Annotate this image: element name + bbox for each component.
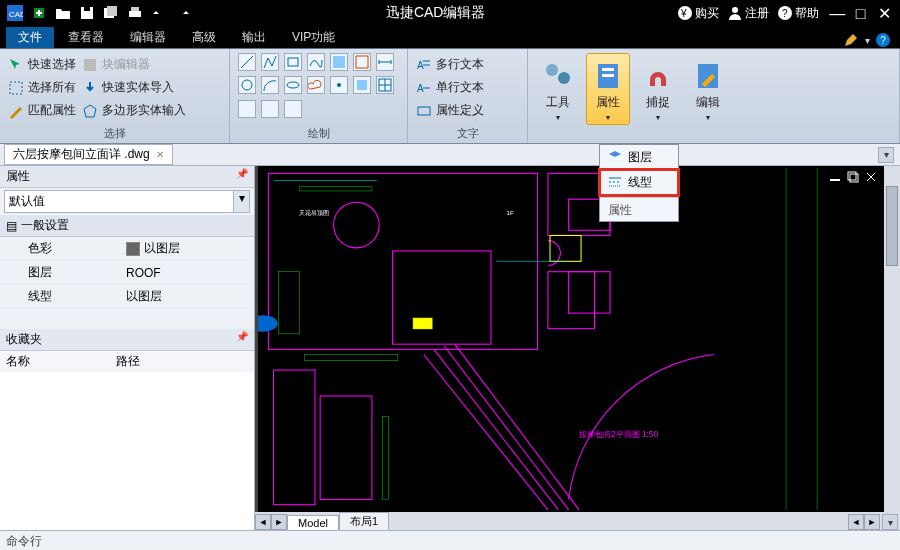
edit-icon (692, 60, 724, 92)
3dface-icon[interactable] (238, 100, 256, 118)
insert-icon[interactable] (261, 100, 279, 118)
pin-icon[interactable]: 📌 (236, 331, 248, 348)
minimize-view-icon[interactable] (828, 170, 842, 184)
prop-row-color[interactable]: 色彩 以图层 (0, 237, 254, 261)
region-icon[interactable] (353, 53, 371, 71)
layout-tab-layout1[interactable]: 布局1 (339, 512, 389, 530)
ribbon-tabs: 文件 查看器 编辑器 高级 输出 VIP功能 ▾ ? (0, 26, 900, 48)
pen-icon[interactable] (843, 32, 859, 48)
svg-text:¥: ¥ (680, 8, 687, 19)
tab-advanced[interactable]: 高级 (180, 27, 228, 48)
close-button[interactable]: ✕ (874, 4, 894, 23)
drawing-canvas[interactable]: 按摩包间2平面图 1:50 天花吊顶图 1F (255, 166, 900, 512)
help-icon: ? (777, 5, 793, 21)
tools-icon (542, 60, 574, 92)
register-link[interactable]: 注册 (727, 5, 769, 22)
attdef-button[interactable]: 属性定义 (416, 102, 484, 119)
polyline-icon[interactable] (261, 53, 279, 71)
stext-icon: A (416, 80, 432, 96)
dropdown-arrow-icon[interactable]: ▾ (865, 35, 870, 46)
tab-viewer[interactable]: 查看器 (56, 27, 116, 48)
restore-view-icon[interactable] (846, 170, 860, 184)
svg-rect-38 (602, 74, 614, 77)
ellipse-icon[interactable] (284, 76, 302, 94)
svg-rect-15 (84, 59, 96, 71)
svg-rect-19 (333, 56, 345, 68)
save-icon[interactable] (76, 2, 98, 24)
app-title: 迅捷CAD编辑器 (194, 4, 677, 22)
svg-text:A: A (417, 83, 424, 94)
svg-point-35 (558, 72, 570, 84)
tab-output[interactable]: 输出 (230, 27, 278, 48)
point-icon[interactable] (330, 76, 348, 94)
tools-button[interactable]: 工具▾ (536, 53, 580, 125)
svg-point-11 (732, 7, 738, 13)
open-icon[interactable] (52, 2, 74, 24)
props-filter-dropdown[interactable]: 默认值 ▾ (4, 190, 250, 213)
close-tab-icon[interactable]: ✕ (156, 149, 164, 160)
panel-options-button[interactable]: ▾ (878, 147, 894, 163)
line-icon[interactable] (238, 53, 256, 71)
tab-vip[interactable]: VIP功能 (280, 27, 347, 48)
prop-row-layer[interactable]: 图层 ROOF (0, 261, 254, 285)
document-tab[interactable]: 六层按摩包间立面详 .dwg ✕ (4, 144, 173, 165)
select-all-button[interactable]: 选择所有 (8, 79, 76, 96)
scroll-h-left-button[interactable]: ◄ (848, 514, 864, 530)
undo-icon[interactable] (148, 2, 170, 24)
mtext-button[interactable]: A多行文本 (416, 56, 484, 73)
maximize-button[interactable]: □ (851, 5, 871, 23)
menu-group-label: 属性 (600, 200, 678, 221)
props-button[interactable]: 属性▾ (586, 53, 630, 125)
svg-point-22 (287, 82, 299, 88)
pin-icon[interactable]: 📌 (236, 168, 248, 185)
spline-icon[interactable] (307, 53, 325, 71)
match-props-button[interactable]: 匹配属性 (8, 102, 76, 119)
arc-icon[interactable] (261, 76, 279, 94)
scroll-h-right-button[interactable]: ► (864, 514, 880, 530)
minimize-button[interactable]: — (827, 5, 847, 23)
quick-select-button[interactable]: 快速选择 (8, 56, 76, 73)
svg-rect-18 (288, 58, 298, 66)
svg-point-21 (242, 80, 252, 90)
hatch-icon[interactable] (330, 53, 348, 71)
dim-icon[interactable] (376, 53, 394, 71)
scroll-left-button[interactable]: ◄ (255, 514, 271, 530)
svg-rect-45 (850, 174, 858, 182)
menu-item-linetype[interactable]: 线型 (600, 170, 678, 195)
close-view-icon[interactable] (864, 170, 878, 184)
redo-icon[interactable] (172, 2, 194, 24)
leader-icon[interactable] (284, 100, 302, 118)
props-section-general[interactable]: ▤ 一般设置 (0, 215, 254, 237)
svg-rect-7 (129, 11, 141, 17)
quick-select-icon (8, 57, 24, 73)
saveall-icon[interactable] (100, 2, 122, 24)
block-icon[interactable] (353, 76, 371, 94)
quick-entity-import-button[interactable]: 快速实体导入 (82, 79, 186, 96)
edit-button[interactable]: 编辑▾ (686, 53, 730, 125)
layout-tab-model[interactable]: Model (287, 515, 339, 530)
polygon-input-button[interactable]: 多边形实体输入 (82, 102, 186, 119)
help-link[interactable]: ?帮助 (777, 5, 819, 22)
command-line[interactable]: 命令行 (0, 530, 900, 550)
layout-options-button[interactable]: ▾ (882, 514, 898, 530)
buy-link[interactable]: ¥购买 (677, 5, 719, 22)
tab-editor[interactable]: 编辑器 (118, 27, 178, 48)
print-icon[interactable] (124, 2, 146, 24)
snap-button[interactable]: 捕捉▾ (636, 53, 680, 125)
scroll-right-button[interactable]: ► (271, 514, 287, 530)
layer-icon (608, 149, 622, 166)
svg-text:?: ? (782, 8, 788, 19)
tab-file[interactable]: 文件 (6, 27, 54, 48)
stext-button[interactable]: A单行文本 (416, 79, 484, 96)
menu-item-layer[interactable]: 图层 (600, 145, 678, 170)
rect-icon[interactable] (284, 53, 302, 71)
table-icon[interactable] (376, 76, 394, 94)
snap-icon (642, 60, 674, 92)
title-bar: CAD 迅捷CAD编辑器 ¥购买 注册 ?帮助 — □ ✕ (0, 0, 900, 26)
prop-row-linetype[interactable]: 线型 以图层 (0, 285, 254, 309)
new-icon[interactable] (28, 2, 50, 24)
vertical-scrollbar[interactable] (884, 166, 900, 512)
cloud-icon[interactable] (307, 76, 325, 94)
info-icon[interactable]: ? (876, 33, 890, 47)
circle-icon[interactable] (238, 76, 256, 94)
